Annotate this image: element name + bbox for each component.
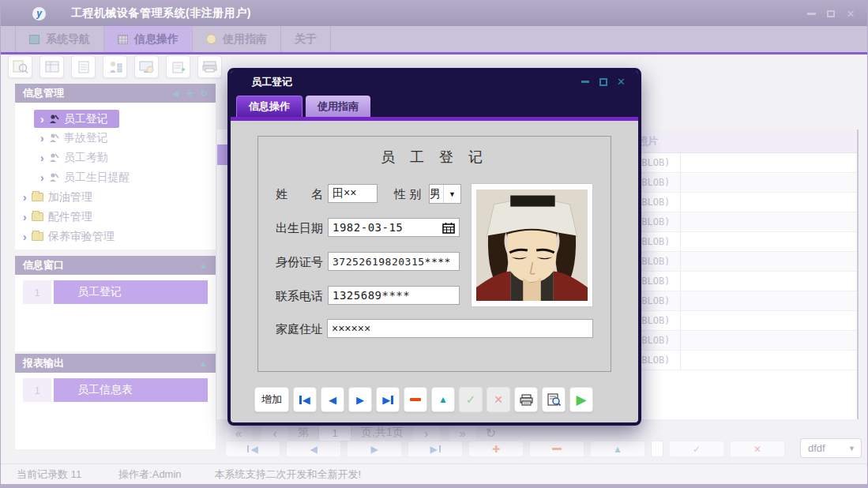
table-row[interactable]: (BLOB) <box>625 311 857 331</box>
page-number-input[interactable]: 1 <box>318 425 351 441</box>
list-item-employee-info-report[interactable]: 1 员工信息表 <box>23 378 208 402</box>
tree-item-employee-register[interactable]: › 员工登记 <box>34 110 119 128</box>
chevron-right-icon: › <box>23 191 27 204</box>
prev-record-button[interactable]: ◀ <box>321 387 344 412</box>
tree-item-birthday-reminder[interactable]: › 员工生日提醒 <box>40 167 130 187</box>
section-header-report-output[interactable]: 报表输出 ▲ <box>15 354 216 373</box>
insert-record-button[interactable]: ✚ <box>468 441 524 457</box>
plus-icon[interactable]: ✚ <box>186 88 194 99</box>
collapse-icon[interactable]: ▲ <box>199 261 208 270</box>
refresh-icon[interactable]: ↻ <box>201 88 208 99</box>
prev-page-button[interactable]: ‹ <box>261 425 288 441</box>
tree-item-attendance[interactable]: › 员工考勤 <box>40 148 108 167</box>
first-page-button[interactable]: « <box>225 425 252 441</box>
info-window-list: 1 员工登记 <box>15 275 216 351</box>
dropdown-value: dfdf <box>808 442 825 454</box>
search-button[interactable] <box>8 55 32 78</box>
last-page-button[interactable]: » <box>449 425 476 441</box>
address-field[interactable] <box>327 319 593 338</box>
list-item-employee-register-window[interactable]: 1 员工登记 <box>23 280 208 304</box>
tab-info-operation[interactable]: 信息操作 <box>104 26 193 52</box>
table-row[interactable]: (BLOB) <box>625 212 857 232</box>
tree-item-fuel-management[interactable]: › 加油管理 <box>23 187 92 207</box>
document-plus-icon <box>172 61 185 73</box>
table-row[interactable]: (BLOB) <box>625 351 857 370</box>
phone-field[interactable] <box>328 286 460 305</box>
collapse-icon[interactable]: ▲ <box>199 358 208 368</box>
new-record-button[interactable] <box>166 55 190 78</box>
cancel-record-button[interactable]: ✕ <box>730 441 785 457</box>
main-tab-bar: 系统导航 信息操作 使用指南 关于 <box>1 26 867 52</box>
person-chart-icon <box>108 61 122 73</box>
table-view-button[interactable] <box>39 55 64 78</box>
edit-record-button[interactable]: ▲ <box>590 441 645 457</box>
edit-record-button[interactable]: ▲ <box>431 387 455 412</box>
post-record-button[interactable]: ✓ <box>669 441 724 457</box>
tab-about[interactable]: 关于 <box>281 26 331 52</box>
dialog-controls: ✕ <box>580 77 626 87</box>
employee-photo <box>472 184 592 306</box>
dialog-title-bar[interactable]: 员工登记 ✕ <box>231 71 638 92</box>
first-icon: ◀ <box>302 394 310 406</box>
prev-record-button[interactable]: ◀ <box>286 441 341 457</box>
tree-item-accident-register[interactable]: › 事故登记 <box>40 128 108 148</box>
print-button[interactable] <box>514 387 538 412</box>
dialog-minimize-icon[interactable] <box>580 77 590 87</box>
refresh-icon[interactable]: ↻ <box>486 426 496 441</box>
cancel-button[interactable]: ✕ <box>487 387 510 412</box>
table-select-dropdown[interactable]: dfdf ▼ <box>800 438 862 458</box>
add-button[interactable]: 增加 <box>254 387 289 412</box>
last-record-button[interactable]: ▶ <box>408 441 463 457</box>
tree-item-maintenance-management[interactable]: › 保养审验管理 <box>23 227 115 246</box>
tab-label: 关于 <box>295 32 317 47</box>
table-row[interactable]: (BLOB) <box>625 232 857 252</box>
confirm-button[interactable]: ✓ <box>459 387 483 412</box>
run-button[interactable]: ▶ <box>569 387 593 412</box>
last-icon: ▶ <box>430 444 437 455</box>
delete-record-button[interactable] <box>529 441 584 457</box>
first-record-button[interactable]: ◀ <box>225 441 280 457</box>
personnel-button[interactable] <box>103 55 127 78</box>
section-header-info-management[interactable]: 信息管理 ◀ ✚ ↻ <box>15 84 216 103</box>
printer-button[interactable] <box>197 55 222 78</box>
last-record-button[interactable]: ▶ <box>376 387 400 412</box>
document-button[interactable] <box>71 55 96 78</box>
next-record-button[interactable]: ▶ <box>348 387 372 412</box>
next-icon: ▶ <box>356 394 364 406</box>
delete-record-button[interactable] <box>404 387 427 412</box>
minimize-icon[interactable] <box>806 8 817 19</box>
row-label: 员工登记 <box>54 280 208 304</box>
section-header-info-window[interactable]: 信息窗口 ▲ <box>15 256 216 275</box>
gender-select[interactable]: 男 ▼ <box>429 184 461 204</box>
restore-icon[interactable] <box>825 8 836 19</box>
dialog-maximize-icon[interactable] <box>598 77 608 87</box>
table-row[interactable]: (BLOB) <box>625 331 857 351</box>
first-record-button[interactable]: ◀ <box>293 387 317 412</box>
dialog-close-icon[interactable]: ✕ <box>616 77 626 87</box>
name-field[interactable] <box>328 184 378 203</box>
dialog-tab-user-guide[interactable]: 使用指南 <box>306 96 370 117</box>
table-row[interactable]: (BLOB) <box>625 252 857 272</box>
table-row[interactable]: (BLOB) <box>625 272 857 291</box>
id-number-field[interactable] <box>328 252 460 271</box>
table-row[interactable]: (BLOB) <box>625 153 857 173</box>
nav-left-icon[interactable]: ◀ <box>172 88 178 99</box>
close-icon[interactable]: ✕ <box>845 8 856 19</box>
next-page-button[interactable]: › <box>413 425 440 441</box>
column-header-photo: 照片 <box>625 130 857 153</box>
table-row[interactable]: (BLOB) <box>625 291 857 311</box>
print-preview-button[interactable] <box>542 387 566 412</box>
tab-system-nav[interactable]: 系统导航 <box>15 26 104 52</box>
dialog-tab-info-operation[interactable]: 信息操作 <box>236 96 302 117</box>
calendar-icon[interactable] <box>440 220 457 235</box>
next-record-button[interactable]: ▶ <box>347 441 402 457</box>
title-bar: y 工程机械设备管理系统(非注册用户) ✕ <box>1 1 867 26</box>
table-row[interactable]: (BLOB) <box>625 193 857 212</box>
table-row[interactable]: (BLOB) <box>625 173 857 193</box>
bar-icon <box>299 396 302 404</box>
tab-user-guide[interactable]: 使用指南 <box>193 26 281 52</box>
chevron-down-icon[interactable]: ▼ <box>443 185 460 203</box>
tree-item-parts-management[interactable]: › 配件管理 <box>23 207 92 227</box>
monitor-button[interactable] <box>134 55 159 78</box>
dialog-tab-bar: 信息操作 使用指南 <box>231 92 638 117</box>
